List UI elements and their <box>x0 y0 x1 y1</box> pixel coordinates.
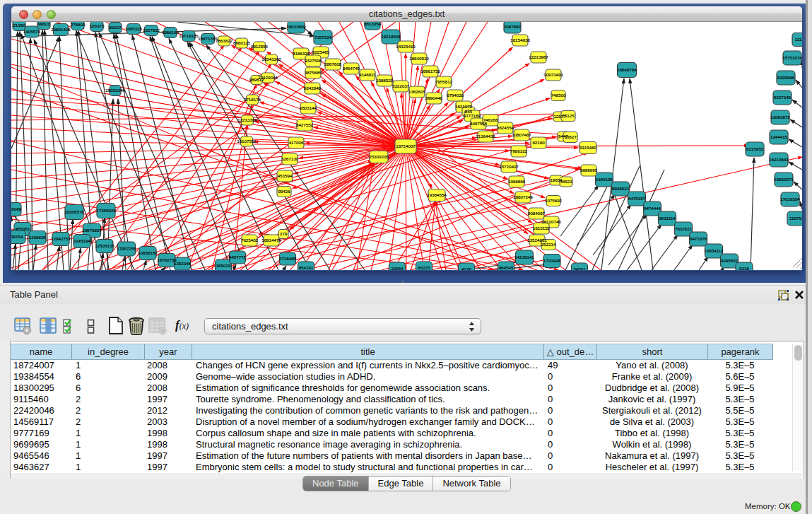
svg-text:417006: 417006 <box>289 140 304 145</box>
svg-text:16107552: 16107552 <box>237 139 257 144</box>
svg-text:9457771: 9457771 <box>229 255 247 259</box>
svg-text:9245652: 9245652 <box>721 258 739 263</box>
svg-text:8813054: 8813054 <box>364 22 382 26</box>
svg-text:23064: 23064 <box>391 266 404 270</box>
svg-text:9329966: 9329966 <box>777 75 795 80</box>
svg-text:9474444: 9474444 <box>644 206 661 211</box>
svg-text:11125: 11125 <box>795 37 802 42</box>
svg-text:18640910: 18640910 <box>409 56 429 61</box>
svg-text:10654112: 10654112 <box>704 248 724 253</box>
svg-text:4176: 4176 <box>461 267 471 270</box>
svg-text:15692971: 15692971 <box>774 177 794 182</box>
svg-text:39154: 39154 <box>11 234 23 239</box>
svg-text:19384554: 19384554 <box>427 192 447 197</box>
svg-text:9327508: 9327508 <box>305 58 322 63</box>
svg-text:21364436: 21364436 <box>476 134 495 139</box>
svg-text:8454749: 8454749 <box>343 66 360 71</box>
svg-text:8427552: 8427552 <box>296 122 314 127</box>
svg-text:75125: 75125 <box>562 113 575 118</box>
svg-text:379: 379 <box>280 231 288 236</box>
svg-text:17359924: 17359924 <box>96 208 116 213</box>
svg-text:33627: 33627 <box>564 134 577 139</box>
svg-text:8225465: 8225465 <box>312 49 330 54</box>
svg-text:1405573: 1405573 <box>23 29 41 34</box>
svg-text:2626069: 2626069 <box>11 206 22 211</box>
svg-text:2935114: 2935114 <box>659 216 676 221</box>
svg-text:8660125: 8660125 <box>233 40 251 45</box>
svg-text:1244415: 1244415 <box>770 134 788 139</box>
svg-text:9115460: 9115460 <box>579 145 596 150</box>
svg-text:1156829: 1156829 <box>29 235 46 240</box>
svg-text:116753: 116753 <box>789 216 802 221</box>
svg-text:276600: 276600 <box>71 22 86 27</box>
svg-text:9227349: 9227349 <box>774 95 792 100</box>
svg-text:12505135: 12505135 <box>95 243 114 248</box>
svg-text:16543362: 16543362 <box>261 57 281 62</box>
svg-text:1615152: 1615152 <box>533 226 551 230</box>
svg-text:15751074: 15751074 <box>782 55 802 60</box>
svg-text:14136141: 14136141 <box>514 255 534 259</box>
svg-text:10719185: 10719185 <box>179 33 199 38</box>
svg-text:18724007: 18724007 <box>396 144 416 148</box>
svg-text:1733426: 1733426 <box>543 258 561 263</box>
svg-text:8215955: 8215955 <box>746 146 764 151</box>
svg-text:105373: 105373 <box>90 23 105 28</box>
svg-text:16120746: 16120746 <box>541 219 561 224</box>
svg-text:1527602: 1527602 <box>143 28 160 33</box>
svg-text:7357224: 7357224 <box>314 35 332 40</box>
svg-text:6966160: 6966160 <box>162 30 180 35</box>
svg-text:20206576: 20206576 <box>64 209 84 214</box>
svg-text:54501: 54501 <box>573 267 586 270</box>
svg-text:7632621: 7632621 <box>675 226 693 231</box>
svg-text:2867608: 2867608 <box>324 62 342 66</box>
svg-text:25300205: 25300205 <box>369 154 389 159</box>
svg-text:746266: 746266 <box>483 117 498 122</box>
svg-text:8912954: 8912954 <box>251 44 269 49</box>
svg-text:2087682: 2087682 <box>504 24 522 29</box>
svg-text:8938923: 8938923 <box>612 186 630 191</box>
svg-text:989612: 989612 <box>249 77 264 82</box>
svg-text:12093872: 12093872 <box>770 115 790 119</box>
svg-text:7663822: 7663822 <box>216 38 233 43</box>
svg-text:9242848: 9242848 <box>304 86 322 90</box>
svg-text:20691406: 20691406 <box>51 27 71 32</box>
svg-text:19218506: 19218506 <box>381 34 401 39</box>
svg-text:9777169: 9777169 <box>464 113 481 118</box>
svg-text:17957255: 17957255 <box>117 246 136 251</box>
svg-text:2803144: 2803144 <box>300 105 317 110</box>
svg-text:16914479: 16914479 <box>261 238 281 243</box>
svg-text:99426: 99426 <box>278 189 290 194</box>
svg-text:7986322: 7986322 <box>510 148 528 153</box>
svg-text:99621: 99621 <box>37 22 50 26</box>
svg-text:1145194: 1145194 <box>73 238 90 243</box>
svg-text:1621072: 1621072 <box>455 104 473 109</box>
svg-text:83307: 83307 <box>109 25 122 30</box>
svg-text:29053346: 29053346 <box>105 88 125 93</box>
svg-text:19975857: 19975857 <box>82 228 102 233</box>
svg-text:16648784: 16648784 <box>617 67 637 72</box>
svg-text:1075692: 1075692 <box>545 198 563 203</box>
svg-text:17016504: 17016504 <box>780 197 800 201</box>
svg-text:62160: 62160 <box>532 140 545 145</box>
svg-text:21390: 21390 <box>13 23 25 28</box>
svg-text:9146821: 9146821 <box>359 72 377 77</box>
svg-text:14325419: 14325419 <box>396 44 416 49</box>
svg-text:12213967: 12213967 <box>529 54 548 59</box>
svg-text:9084067: 9084067 <box>528 211 546 216</box>
svg-text:10958187: 10958187 <box>138 250 158 255</box>
svg-text:8471676: 8471676 <box>690 236 707 241</box>
svg-text:1292346: 1292346 <box>174 261 192 266</box>
svg-text:16210643: 16210643 <box>769 157 789 162</box>
svg-text:6794028: 6794028 <box>447 93 464 98</box>
svg-text:2718176: 2718176 <box>244 97 261 102</box>
svg-text:854191: 854191 <box>299 265 314 270</box>
svg-text:3624554: 3624554 <box>497 125 514 130</box>
svg-text:6479197: 6479197 <box>628 196 646 201</box>
svg-text:8186328: 8186328 <box>293 51 310 56</box>
svg-text:44923: 44923 <box>560 179 572 184</box>
svg-text:3267130: 3267130 <box>281 156 299 161</box>
svg-text:1362615: 1362615 <box>408 89 426 94</box>
svg-text:748500: 748500 <box>551 93 566 98</box>
svg-text:1068860: 1068860 <box>508 179 526 184</box>
svg-text:165019: 165019 <box>216 263 231 268</box>
